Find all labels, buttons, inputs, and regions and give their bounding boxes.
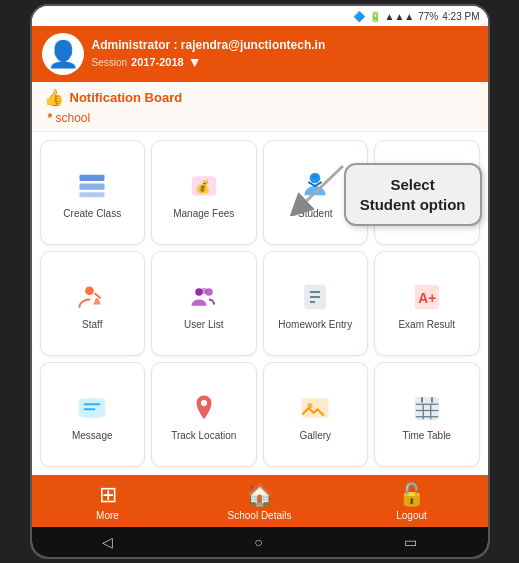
svg-rect-1 bbox=[80, 183, 105, 189]
svg-text:💰: 💰 bbox=[195, 179, 211, 195]
exam-result-label: Exam Result bbox=[398, 319, 455, 331]
create-subject-label: Create Subject bbox=[394, 208, 460, 220]
create-subject-icon bbox=[409, 168, 445, 204]
menu-item-exam-result[interactable]: A+ Exam Result bbox=[374, 251, 480, 356]
message-icon bbox=[74, 390, 110, 426]
school-details-label: School Details bbox=[228, 510, 292, 521]
more-label: More bbox=[96, 510, 119, 521]
gallery-icon bbox=[297, 390, 333, 426]
time-table-label: Time Table bbox=[403, 430, 451, 442]
exam-result-icon: A+ bbox=[409, 279, 445, 315]
manage-fees-icon: 💰 bbox=[186, 168, 222, 204]
notification-title: Notification Board bbox=[70, 90, 183, 105]
menu-grid: Create Class 💰 Manage Fees Student bbox=[32, 132, 488, 475]
menu-item-user-list[interactable]: User List bbox=[151, 251, 257, 356]
student-label: Student bbox=[298, 208, 332, 220]
nav-item-logout[interactable]: 🔓 Logout bbox=[336, 482, 488, 521]
manage-fees-label: Manage Fees bbox=[173, 208, 234, 220]
student-icon bbox=[297, 168, 333, 204]
create-class-icon bbox=[74, 168, 110, 204]
time-table-icon bbox=[409, 390, 445, 426]
track-location-label: Track Location bbox=[171, 430, 236, 442]
svg-rect-2 bbox=[80, 192, 105, 197]
notification-title-row: 👍 Notification Board bbox=[44, 88, 476, 107]
homework-entry-label: Homework Entry bbox=[278, 319, 352, 331]
gallery-label: Gallery bbox=[299, 430, 331, 442]
svg-point-14 bbox=[201, 287, 207, 293]
header-info: Administrator : rajendra@junctiontech.in… bbox=[92, 38, 478, 70]
session-row: Session 2017-2018 ▼ bbox=[92, 54, 478, 70]
dropdown-icon[interactable]: ▼ bbox=[188, 54, 202, 70]
menu-item-homework-entry[interactable]: Homework Entry bbox=[263, 251, 369, 356]
create-class-label: Create Class bbox=[63, 208, 121, 220]
svg-line-11 bbox=[95, 293, 101, 298]
staff-icon bbox=[74, 279, 110, 315]
time: 4:23 PM bbox=[442, 11, 479, 22]
session-label: Session bbox=[92, 57, 128, 68]
notification-item: * school bbox=[44, 111, 476, 125]
phone-frame: 🔷 🔋 ▲▲▲ 77% 4:23 PM 👤 Administrator : ra… bbox=[30, 4, 490, 559]
menu-item-manage-fees[interactable]: 💰 Manage Fees bbox=[151, 140, 257, 245]
session-value: 2017-2018 bbox=[131, 56, 184, 68]
signal-icon: ▲▲▲ bbox=[385, 11, 415, 22]
android-nav: ◁ ○ ▭ bbox=[32, 527, 488, 557]
staff-label: Staff bbox=[82, 319, 102, 331]
menu-item-create-subject[interactable]: Create Subject bbox=[374, 140, 480, 245]
homework-icon bbox=[297, 279, 333, 315]
header: 👤 Administrator : rajendra@junctiontech.… bbox=[32, 26, 488, 82]
track-location-icon bbox=[186, 390, 222, 426]
menu-item-time-table[interactable]: Time Table bbox=[374, 362, 480, 467]
menu-item-create-class[interactable]: Create Class bbox=[40, 140, 146, 245]
more-icon: ⊞ bbox=[99, 482, 117, 508]
battery-icon: 🔋 bbox=[369, 11, 381, 22]
message-label: Message bbox=[72, 430, 113, 442]
svg-rect-23 bbox=[303, 399, 328, 417]
notification-board: 👍 Notification Board * school bbox=[32, 82, 488, 132]
home-icon: 🏠 bbox=[246, 482, 273, 508]
nav-item-more[interactable]: ⊞ More bbox=[32, 482, 184, 521]
recents-button[interactable]: ▭ bbox=[404, 534, 417, 550]
bottom-nav: ⊞ More 🏠 School Details 🔓 Logout bbox=[32, 475, 488, 527]
home-button[interactable]: ○ bbox=[254, 534, 262, 550]
bluetooth-icon: 🔷 bbox=[353, 11, 365, 22]
svg-text:A+: A+ bbox=[418, 291, 436, 306]
svg-point-22 bbox=[201, 399, 207, 405]
svg-rect-25 bbox=[416, 398, 439, 419]
menu-item-track-location[interactable]: Track Location bbox=[151, 362, 257, 467]
menu-item-message[interactable]: Message bbox=[40, 362, 146, 467]
nav-item-school-details[interactable]: 🏠 School Details bbox=[184, 482, 336, 521]
back-button[interactable]: ◁ bbox=[102, 534, 113, 550]
user-list-icon bbox=[186, 279, 222, 315]
menu-item-staff[interactable]: Staff bbox=[40, 251, 146, 356]
menu-item-gallery[interactable]: Gallery bbox=[263, 362, 369, 467]
user-icon: 👤 bbox=[47, 39, 79, 70]
battery-percent: 77% bbox=[418, 11, 438, 22]
svg-rect-6 bbox=[313, 175, 318, 178]
user-list-label: User List bbox=[184, 319, 223, 331]
menu-item-student[interactable]: Student bbox=[263, 140, 369, 245]
svg-rect-21 bbox=[80, 399, 105, 417]
svg-rect-0 bbox=[80, 174, 105, 180]
avatar: 👤 bbox=[42, 33, 84, 75]
status-bar: 🔷 🔋 ▲▲▲ 77% 4:23 PM bbox=[32, 6, 488, 26]
logout-label: Logout bbox=[396, 510, 427, 521]
lock-icon: 🔓 bbox=[398, 482, 425, 508]
svg-point-10 bbox=[85, 286, 94, 295]
thumbs-up-icon: 👍 bbox=[44, 88, 64, 107]
admin-label: Administrator : rajendra@junctiontech.in bbox=[92, 38, 478, 52]
